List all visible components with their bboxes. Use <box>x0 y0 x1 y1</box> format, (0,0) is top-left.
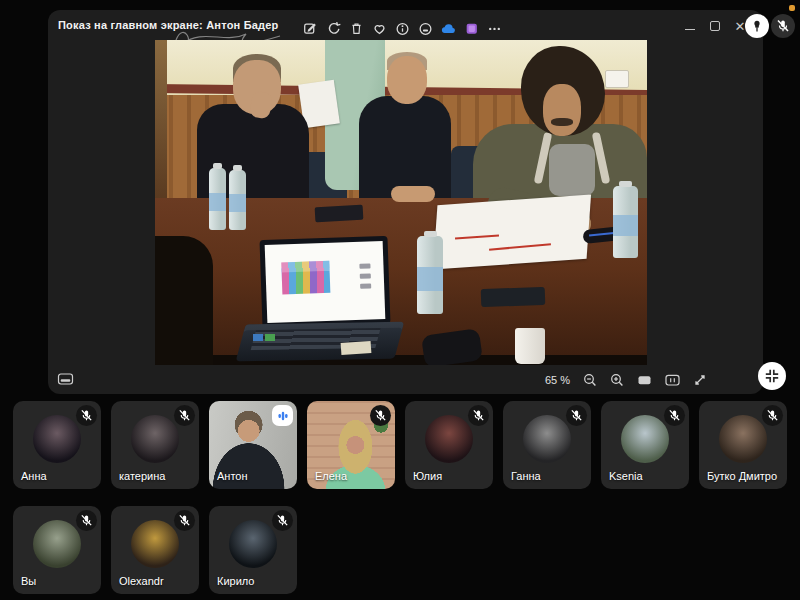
mic-muted-icon <box>566 405 587 426</box>
favorite-icon[interactable] <box>371 20 387 36</box>
albums-icon[interactable] <box>463 20 479 36</box>
participant-name: Юлия <box>413 470 442 482</box>
delete-icon[interactable] <box>348 20 364 36</box>
zoom-controls: 65 % <box>545 373 707 387</box>
mic-muted-icon <box>468 405 489 426</box>
participant-name: Кирило <box>217 575 254 587</box>
keyboard <box>481 287 546 307</box>
edit-icon[interactable] <box>302 20 318 36</box>
man-center-hands <box>391 186 435 202</box>
speaking-indicator-icon <box>272 405 293 426</box>
mic-muted-icon <box>174 510 195 531</box>
thumbnails-toggle-icon[interactable] <box>57 372 74 386</box>
mic-muted-icon <box>762 405 783 426</box>
mic-muted-icon <box>76 510 97 531</box>
mic-muted-icon <box>174 405 195 426</box>
participant-tile[interactable]: катерина <box>111 401 199 489</box>
minimize-button[interactable] <box>684 19 696 33</box>
water-bottle <box>209 168 226 230</box>
foreground-shadow <box>155 236 213 365</box>
laptop-badge <box>265 334 275 341</box>
man-center-head <box>387 56 427 104</box>
avatar <box>621 415 669 463</box>
notification-dot <box>789 5 795 11</box>
slideshow-icon[interactable] <box>417 20 433 36</box>
mic-muted-icon <box>272 510 293 531</box>
rotate-icon[interactable] <box>325 20 341 36</box>
wall-switch <box>605 70 629 88</box>
participant-name: катерина <box>119 470 165 482</box>
paper-cup <box>515 328 545 364</box>
fullscreen-icon[interactable] <box>693 373 707 387</box>
participant-tile[interactable]: Olexandr <box>111 506 199 594</box>
avatar <box>425 415 473 463</box>
participant-name: Анна <box>21 470 47 482</box>
mic-off-icon <box>776 19 790 33</box>
laptop-sticker <box>341 341 372 355</box>
laptop-screen <box>260 236 391 328</box>
participant-tile[interactable]: Елена <box>307 401 395 489</box>
flipchart-paper <box>433 194 591 269</box>
avatar <box>33 415 81 463</box>
info-icon[interactable] <box>394 20 410 36</box>
participant-tile[interactable]: Вы <box>13 506 101 594</box>
avatar <box>523 415 571 463</box>
shared-screen-photo <box>155 40 647 365</box>
screen-share-viewer-panel: Показ на главном экране: Антон Бадер <box>48 10 763 394</box>
mic-muted-icon <box>664 405 685 426</box>
participant-name: Ksenia <box>609 470 643 482</box>
laptop-keyboard <box>236 322 405 362</box>
participant-name: Ганна <box>511 470 541 482</box>
avatar <box>719 415 767 463</box>
avatar <box>131 520 179 568</box>
collapse-icon <box>763 367 781 385</box>
more-icon[interactable] <box>486 20 502 36</box>
upload-cloud-icon[interactable] <box>440 20 456 36</box>
laptop-badge <box>253 334 263 341</box>
fit-screen-icon[interactable] <box>637 373 652 387</box>
participant-name: Елена <box>315 470 347 482</box>
mic-muted-icon <box>370 405 391 426</box>
presenter-title: Показ на главном экране: Антон Бадер <box>58 19 279 31</box>
man-center-body <box>359 96 451 200</box>
participant-name: Olexandr <box>119 575 164 587</box>
participant-tile[interactable]: Антон <box>209 401 297 489</box>
zoom-in-icon[interactable] <box>610 373 624 387</box>
zoom-level: 65 % <box>545 374 570 386</box>
zoom-out-icon[interactable] <box>583 373 597 387</box>
man-right-mustache <box>551 118 573 126</box>
participant-name: Бутко Дмитро <box>707 470 777 482</box>
window-controls: ✕ <box>684 19 746 33</box>
pin-button[interactable] <box>745 14 769 38</box>
participant-name: Антон <box>217 470 248 482</box>
laptop-display <box>265 241 386 323</box>
avatar <box>33 520 81 568</box>
water-bottle <box>613 186 638 258</box>
door-edge <box>155 40 167 200</box>
laptop-collage <box>281 261 330 295</box>
man-right-face <box>543 84 581 136</box>
actual-size-icon[interactable] <box>665 373 680 387</box>
water-bottle <box>417 236 443 314</box>
photo-toolbar <box>302 20 502 36</box>
maximize-button[interactable] <box>709 19 721 33</box>
avatar <box>229 520 277 568</box>
participant-tile[interactable]: Юлия <box>405 401 493 489</box>
mute-button[interactable] <box>771 14 795 38</box>
desk-edge <box>155 355 647 365</box>
participant-name: Вы <box>21 575 36 587</box>
mic-muted-icon <box>76 405 97 426</box>
participant-tile[interactable]: Бутко Дмитро <box>699 401 787 489</box>
participant-tile[interactable]: Кирило <box>209 506 297 594</box>
participant-tile[interactable]: Ганна <box>503 401 591 489</box>
avatar <box>131 415 179 463</box>
participant-tile[interactable]: Анна <box>13 401 101 489</box>
notebook <box>315 205 364 222</box>
participants-grid: Анна катерина Антон Елена Юлия Ганна Kse… <box>13 401 791 594</box>
man-right-tshirt <box>549 144 595 196</box>
participant-tile[interactable]: Ksenia <box>601 401 689 489</box>
shrink-button[interactable] <box>758 362 786 390</box>
pin-icon <box>750 19 764 33</box>
water-bottle <box>229 170 246 230</box>
